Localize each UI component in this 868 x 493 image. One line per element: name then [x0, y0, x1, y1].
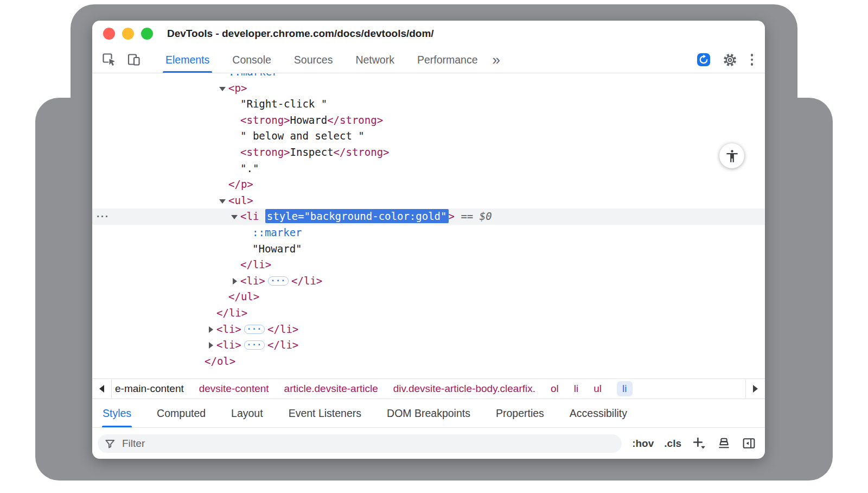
- breadcrumb-item[interactable]: ul: [593, 383, 602, 395]
- breadcrumb-bar: e-main-contentdevsite-contentarticle.dev…: [92, 378, 765, 399]
- filter-input[interactable]: [121, 437, 615, 450]
- code-token: ".": [240, 162, 259, 174]
- code-token: </li>: [291, 275, 322, 287]
- breadcrumb-scroll-right-button[interactable]: [745, 379, 765, 399]
- dom-node-row[interactable]: ".": [92, 161, 765, 177]
- code-token: <strong>: [240, 146, 290, 158]
- dom-node-row[interactable]: <ul>: [92, 193, 765, 209]
- code-token: <p>: [228, 82, 247, 94]
- new-style-rule-button[interactable]: [692, 436, 706, 451]
- dom-node-row[interactable]: </li>: [92, 257, 765, 273]
- code-token: </ol>: [205, 355, 235, 367]
- code-token: </p>: [228, 178, 253, 190]
- dom-node-row[interactable]: </ul>: [92, 289, 765, 305]
- code-token: >: [449, 210, 455, 222]
- panel-tabs: ElementsConsoleSourcesNetworkPerformance: [154, 47, 489, 73]
- dom-node-row[interactable]: <p>: [92, 80, 765, 97]
- expand-ellipsis-button[interactable]: ···: [244, 325, 265, 334]
- more-actions-icon[interactable]: ···: [97, 208, 109, 225]
- breadcrumb-item[interactable]: li: [617, 381, 632, 396]
- minimize-window-button[interactable]: [122, 28, 134, 40]
- disclosure-arrow-icon[interactable]: [206, 340, 216, 351]
- breadcrumb-item[interactable]: e-main-content: [115, 383, 184, 395]
- dom-node-row[interactable]: </li>: [92, 305, 765, 321]
- code-token: </strong>: [327, 114, 383, 126]
- code-token: ::marker: [252, 226, 302, 238]
- gear-icon[interactable]: [722, 52, 738, 68]
- code-token: Inspect: [290, 146, 334, 158]
- traffic-lights: [103, 28, 153, 40]
- tab-event-listeners[interactable]: Event Listeners: [288, 399, 362, 427]
- tab-properties[interactable]: Properties: [495, 399, 545, 427]
- accessibility-person-icon: [725, 149, 739, 163]
- page-background: DevTools - developer.chrome.com/docs/dev…: [0, 0, 868, 493]
- sidebar-toggle-icon[interactable]: [742, 436, 756, 451]
- code-token: <strong>: [240, 114, 290, 126]
- dom-node-row[interactable]: ::marker: [92, 73, 765, 80]
- dom-node-row[interactable]: <strong>Howard</strong>: [92, 112, 765, 129]
- dom-node-row[interactable]: <strong>Inspect</strong>: [92, 144, 765, 161]
- stamp-icon[interactable]: [717, 436, 731, 451]
- inspect-element-icon[interactable]: [101, 52, 117, 68]
- code-token: <li>: [216, 323, 241, 335]
- tab-dom-breakpoints[interactable]: DOM Breakpoints: [386, 399, 471, 427]
- dom-node-row[interactable]: ::marker: [92, 225, 765, 241]
- expand-ellipsis-button[interactable]: ···: [268, 276, 289, 286]
- element-classes-button[interactable]: .cls: [664, 438, 681, 450]
- dom-node-row[interactable]: <li>···</li>: [92, 273, 765, 289]
- dom-node-row[interactable]: <li>···</li>: [92, 337, 765, 353]
- breadcrumb-item[interactable]: ol: [551, 383, 559, 395]
- tab-computed[interactable]: Computed: [156, 399, 206, 427]
- breadcrumb-item[interactable]: devsite-content: [199, 383, 269, 395]
- code-token: </ul>: [228, 290, 259, 302]
- sync-icon[interactable]: [695, 52, 712, 68]
- filter-funnel-icon: [104, 438, 116, 450]
- more-tabs-icon[interactable]: »: [493, 53, 500, 67]
- disclosure-arrow-icon[interactable]: [218, 196, 228, 206]
- dom-node-row[interactable]: </ol>: [92, 353, 765, 370]
- toggle-element-state-button[interactable]: :hov: [632, 438, 654, 450]
- breadcrumb-item[interactable]: article.devsite-article: [284, 383, 378, 395]
- disclosure-arrow-icon[interactable]: [230, 212, 240, 222]
- code-token: ::marker: [228, 73, 278, 78]
- close-window-button[interactable]: [103, 28, 115, 40]
- code-token: </li>: [267, 339, 298, 351]
- disclosure-arrow-icon[interactable]: [218, 84, 228, 94]
- code-token: $0: [480, 210, 492, 222]
- dom-node-row[interactable]: "Howard": [92, 241, 765, 257]
- filter-input-wrapper[interactable]: [98, 434, 622, 453]
- styles-filter-bar: :hov .cls: [92, 427, 765, 459]
- dom-tree: ::marker<p>"Right-click "<strong>Howard<…: [92, 73, 765, 369]
- devtools-window: DevTools - developer.chrome.com/docs/dev…: [92, 21, 765, 459]
- code-token: <li>: [240, 275, 265, 287]
- dom-node-row[interactable]: <li>···</li>: [92, 321, 765, 338]
- dom-node-row[interactable]: " below and select ": [92, 128, 765, 144]
- breadcrumb: e-main-contentdevsite-contentarticle.dev…: [112, 379, 635, 399]
- breadcrumb-item[interactable]: div.devsite-article-body.clearfix.: [393, 383, 535, 395]
- tab-performance[interactable]: Performance: [406, 47, 489, 73]
- dom-node-row[interactable]: ···<li style="background-color:gold"> ==…: [92, 208, 765, 225]
- dom-node-row[interactable]: "Right-click ": [92, 96, 765, 112]
- device-toolbar-icon[interactable]: [126, 52, 142, 68]
- breadcrumb-item[interactable]: li: [574, 383, 578, 395]
- tab-elements[interactable]: Elements: [154, 47, 221, 73]
- breadcrumb-scroll-left-button[interactable]: [92, 379, 112, 399]
- expand-ellipsis-button[interactable]: ···: [244, 340, 265, 350]
- tab-accessibility[interactable]: Accessibility: [569, 399, 628, 427]
- tab-network[interactable]: Network: [344, 47, 406, 73]
- tab-styles[interactable]: Styles: [102, 399, 132, 427]
- kebab-menu-icon[interactable]: [749, 52, 756, 68]
- tab-sources[interactable]: Sources: [283, 47, 344, 73]
- code-token: </li>: [216, 307, 247, 319]
- tab-layout[interactable]: Layout: [231, 399, 264, 427]
- dom-node-row[interactable]: </p>: [92, 176, 765, 193]
- code-token: <ul>: [228, 194, 253, 206]
- disclosure-arrow-icon[interactable]: [206, 325, 216, 335]
- disclosure-arrow-icon[interactable]: [230, 276, 240, 287]
- tab-console[interactable]: Console: [221, 47, 283, 73]
- right-arrow-icon: [753, 385, 758, 393]
- code-token: </li>: [240, 258, 271, 270]
- code-token: " below and select ": [240, 130, 365, 142]
- accessibility-button[interactable]: [719, 143, 744, 168]
- zoom-window-button[interactable]: [141, 28, 153, 40]
